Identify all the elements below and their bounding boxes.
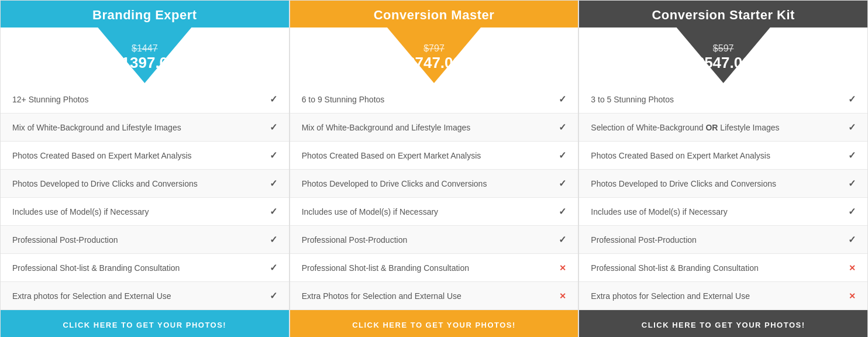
feature-label: Selection of White-Background OR Lifesty… [591, 123, 779, 132]
plan-conversion-master: Conversion Master$797$747.006 to 9 Stunn… [290, 0, 579, 337]
feature-row: Photos Developed to Drive Clicks and Con… [579, 170, 867, 198]
check-icon: ✓ [848, 178, 856, 189]
cross-icon: ✕ [559, 291, 566, 301]
price-text-branding-expert: $1447$1397.00 [113, 43, 176, 72]
price-text-conversion-master: $797$747.00 [407, 43, 461, 72]
feature-label: Photos Created Based on Expert Market An… [12, 151, 192, 160]
check-icon: ✓ [848, 234, 856, 245]
feature-row: Includes use of Model(s) if Necessary✓ [1, 198, 289, 226]
check-icon: ✓ [559, 150, 566, 161]
price-current-conversion-starter-kit: $547.00 [696, 54, 751, 72]
plan-title-branding-expert: Branding Expert [1, 1, 289, 27]
feature-row: Mix of White-Background and Lifestyle Im… [290, 114, 578, 142]
feature-label: Photos Created Based on Expert Market An… [591, 151, 770, 160]
feature-row: Photos Created Based on Expert Market An… [290, 142, 578, 170]
check-icon: ✓ [848, 206, 856, 217]
feature-row: Photos Developed to Drive Clicks and Con… [1, 170, 289, 198]
features-list-branding-expert: 12+ Stunning Photos✓Mix of White-Backgro… [1, 85, 289, 310]
feature-label: Extra photos for Selection and External … [12, 291, 171, 301]
feature-row: 6 to 9 Stunning Photos✓ [290, 85, 578, 114]
check-icon: ✓ [559, 206, 566, 217]
feature-label: 3 to 5 Stunning Photos [591, 95, 674, 104]
feature-row: Extra Photos for Selection and External … [290, 282, 578, 310]
cross-icon: ✕ [849, 291, 856, 301]
feature-row: Includes use of Model(s) if Necessary✓ [579, 198, 867, 226]
check-icon: ✓ [270, 122, 277, 133]
check-icon: ✓ [270, 290, 277, 301]
feature-row: Professional Post-Production✓ [290, 226, 578, 254]
price-text-conversion-starter-kit: $597$547.00 [696, 43, 751, 72]
cross-icon: ✕ [559, 263, 566, 273]
feature-label: Photos Developed to Drive Clicks and Con… [591, 179, 776, 188]
check-icon: ✓ [270, 206, 277, 217]
feature-row: Photos Created Based on Expert Market An… [579, 142, 867, 170]
feature-row: Extra photos for Selection and External … [1, 282, 289, 310]
feature-row: Mix of White-Background and Lifestyle Im… [1, 114, 289, 142]
check-icon: ✓ [848, 150, 856, 161]
feature-row: Professional Post-Production✓ [1, 226, 289, 254]
feature-label: Extra photos for Selection and External … [591, 291, 750, 301]
feature-row: Photos Created Based on Expert Market An… [1, 142, 289, 170]
feature-row: Includes use of Model(s) if Necessary✓ [290, 198, 578, 226]
plan-title-conversion-starter-kit: Conversion Starter Kit [579, 1, 867, 27]
check-icon: ✓ [270, 94, 277, 105]
plan-header-conversion-master: Conversion Master$797$747.00 [290, 1, 578, 85]
check-icon: ✓ [559, 234, 566, 245]
check-icon: ✓ [559, 94, 566, 105]
feature-label: Includes use of Model(s) if Necessary [591, 207, 727, 216]
check-icon: ✓ [270, 234, 277, 245]
feature-label: Photos Created Based on Expert Market An… [302, 151, 481, 160]
feature-row: Professional Shot-list & Branding Consul… [1, 254, 289, 282]
check-icon: ✓ [559, 122, 566, 133]
check-icon: ✓ [270, 178, 277, 189]
feature-row: 3 to 5 Stunning Photos✓ [579, 85, 867, 114]
check-icon: ✓ [848, 122, 856, 133]
feature-label: Photos Developed to Drive Clicks and Con… [12, 179, 198, 188]
plan-header-branding-expert: Branding Expert$1447$1397.00 [1, 1, 289, 85]
price-current-conversion-master: $747.00 [407, 54, 461, 72]
feature-label: Mix of White-Background and Lifestyle Im… [12, 123, 181, 132]
feature-label: Professional Shot-list & Branding Consul… [302, 263, 469, 273]
feature-row: Professional Post-Production✓ [579, 226, 867, 254]
feature-row: Photos Developed to Drive Clicks and Con… [290, 170, 578, 198]
feature-label: Professional Shot-list & Branding Consul… [12, 263, 180, 273]
price-original-conversion-master: $797 [407, 43, 461, 54]
feature-label: 6 to 9 Stunning Photos [302, 95, 385, 104]
diamond-conversion-starter-kit: $597$547.00 [677, 27, 770, 85]
price-original-branding-expert: $1447 [113, 43, 176, 54]
feature-label: Professional Post-Production [302, 235, 408, 245]
plan-header-conversion-starter-kit: Conversion Starter Kit$597$547.00 [579, 1, 867, 85]
check-icon: ✓ [270, 262, 277, 273]
pricing-container: Branding Expert$1447$1397.0012+ Stunning… [0, 0, 868, 337]
feature-label: Photos Developed to Drive Clicks and Con… [302, 179, 487, 188]
feature-label: 12+ Stunning Photos [12, 95, 88, 104]
diamond-branding-expert: $1447$1397.00 [98, 27, 191, 85]
feature-label: Includes use of Model(s) if Necessary [12, 207, 149, 216]
feature-label: Professional Post-Production [591, 235, 697, 245]
cta-button-branding-expert[interactable]: CLICK HERE TO GET YOUR PHOTOS! [1, 310, 289, 337]
features-list-conversion-master: 6 to 9 Stunning Photos✓Mix of White-Back… [290, 85, 578, 310]
price-original-conversion-starter-kit: $597 [696, 43, 751, 54]
features-list-conversion-starter-kit: 3 to 5 Stunning Photos✓Selection of Whit… [579, 85, 867, 310]
plan-conversion-starter-kit: Conversion Starter Kit$597$547.003 to 5 … [578, 0, 868, 337]
check-icon: ✓ [270, 150, 277, 161]
feature-row: Selection of White-Background OR Lifesty… [579, 114, 867, 142]
price-current-branding-expert: $1397.00 [113, 54, 176, 72]
cta-button-conversion-master[interactable]: CLICK HERE TO GET YOUR PHOTOS! [290, 310, 578, 337]
feature-row: 12+ Stunning Photos✓ [1, 85, 289, 114]
cross-icon: ✕ [849, 263, 856, 273]
plan-branding-expert: Branding Expert$1447$1397.0012+ Stunning… [0, 0, 290, 337]
feature-row: Professional Shot-list & Branding Consul… [290, 254, 578, 282]
feature-label: Includes use of Model(s) if Necessary [302, 207, 438, 216]
feature-label: Professional Post-Production [12, 235, 118, 245]
feature-label: Extra Photos for Selection and External … [302, 291, 461, 301]
diamond-conversion-master: $797$747.00 [387, 27, 481, 85]
feature-label: Mix of White-Background and Lifestyle Im… [302, 123, 471, 132]
plan-title-conversion-master: Conversion Master [290, 1, 578, 27]
check-icon: ✓ [559, 178, 566, 189]
check-icon: ✓ [848, 94, 856, 105]
cta-button-conversion-starter-kit[interactable]: CLICK HERE TO GET YOUR PHOTOS! [579, 310, 867, 337]
feature-label: Professional Shot-list & Branding Consul… [591, 263, 758, 273]
feature-row: Extra photos for Selection and External … [579, 282, 867, 310]
feature-row: Professional Shot-list & Branding Consul… [579, 254, 867, 282]
